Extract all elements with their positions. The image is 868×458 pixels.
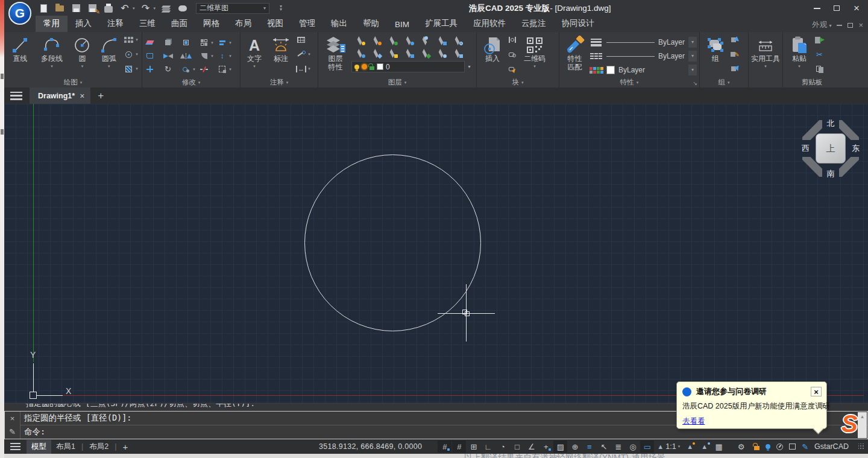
layer-freeze-icon[interactable] <box>371 49 381 59</box>
compass-south[interactable]: 南 <box>822 168 839 179</box>
tab-manage[interactable]: 管理 <box>291 16 323 32</box>
plot-style-button[interactable] <box>161 3 172 14</box>
new-tab-button[interactable]: + <box>98 90 104 102</box>
scale-mirror-button[interactable] <box>163 51 173 61</box>
layer-match-icon[interactable] <box>420 36 430 46</box>
save-as-button[interactable]: ✎ <box>87 3 98 14</box>
line-button[interactable]: 直线 <box>7 34 34 75</box>
panel-label-group[interactable]: 组▾ <box>700 77 748 87</box>
tips-bulb-icon[interactable] <box>766 444 770 449</box>
polyline-button[interactable]: 多段线 ▾ <box>35 34 69 75</box>
array-button[interactable] <box>199 38 209 48</box>
tab-annotate[interactable]: 注释 <box>99 16 131 32</box>
panel-expander-icon[interactable]: ↘ <box>693 80 697 86</box>
annotation-visibility-toggle[interactable]: ▲ <box>683 441 697 453</box>
arc-button[interactable]: 圆弧 ▾ <box>95 34 122 75</box>
doc-restore-button[interactable] <box>848 23 853 28</box>
layout1-tab[interactable]: 布局1 <box>51 440 80 454</box>
tab-collaboration[interactable]: 协同设计 <box>554 16 602 32</box>
qat-customize-button[interactable]: ▾▾ <box>280 5 282 11</box>
plot-button[interactable] <box>103 3 114 14</box>
layer-off-icon[interactable] <box>354 49 365 59</box>
stretch-button[interactable]: ↕ <box>217 51 227 61</box>
linetype-icon[interactable] <box>589 53 603 59</box>
comment-button[interactable] <box>177 3 188 14</box>
layer-make-current-icon[interactable] <box>403 36 414 46</box>
layer-on-icon[interactable] <box>354 36 365 46</box>
panel-label-properties[interactable]: 特性▾↘ <box>559 77 699 87</box>
view-compass[interactable]: 北 南 西 东 上 <box>799 116 863 180</box>
close-button[interactable]: × <box>849 2 864 15</box>
appearance-dropdown[interactable]: 外观 ▾ <box>812 20 832 30</box>
linetype-dropdown[interactable]: ByLayer ▾ <box>606 50 697 62</box>
compass-east[interactable]: 东 <box>850 140 861 157</box>
rectangle-array-icon[interactable] <box>124 35 134 45</box>
ungroup-icon[interactable] <box>730 35 740 45</box>
panel-label-layers[interactable]: 图层▾ <box>318 77 476 87</box>
resize-grip[interactable] <box>858 444 864 450</box>
rotate-button[interactable]: ↻ <box>163 65 173 74</box>
move-button[interactable] <box>145 65 155 74</box>
close-command-icon[interactable]: × <box>10 415 15 422</box>
group-button[interactable]: 组 <box>702 34 729 75</box>
group-edit-icon[interactable]: ✎ <box>730 49 740 59</box>
tab-mesh[interactable]: 网格 <box>195 16 227 32</box>
explode-button[interactable] <box>163 38 173 48</box>
doc-minimize-button[interactable] <box>837 25 842 26</box>
lineweight-icon[interactable] <box>589 39 603 46</box>
panel-label-clipboard[interactable]: 剪贴板 <box>783 77 841 87</box>
panel-label-annotate[interactable]: 注释▾ <box>241 77 318 87</box>
panel-label-draw[interactable]: 绘图▾ <box>4 77 142 87</box>
gstarcad-logo[interactable]: G <box>8 2 31 25</box>
transparency-toggle[interactable]: ▨ <box>553 441 567 453</box>
compass-north[interactable]: 北 <box>822 118 839 129</box>
layer-walk-icon[interactable] <box>436 49 446 59</box>
layer-merge-icon[interactable] <box>452 49 462 59</box>
document-tab[interactable]: Drawing1* × <box>30 87 90 104</box>
layer-lock-icon[interactable] <box>387 49 397 59</box>
text-button[interactable]: A 文字 ▾ <box>243 34 266 75</box>
mirror-button[interactable] <box>181 51 191 61</box>
copy-clip-icon[interactable] <box>814 64 825 74</box>
layer-dropdown[interactable]: 0 <box>351 61 465 72</box>
layer-state-icon[interactable] <box>452 36 462 46</box>
auto-annotation-toggle[interactable]: ▲ <box>697 441 711 453</box>
tab-layout[interactable]: 布局 <box>227 16 259 32</box>
layer-thaw-icon[interactable] <box>371 36 381 46</box>
object-snap-tracking-toggle[interactable]: ∠ <box>524 441 538 453</box>
lineweight-toggle[interactable]: ≡ <box>582 441 596 453</box>
polyline-edit-button[interactable] <box>145 51 155 61</box>
model-tab[interactable]: 模型 <box>27 440 51 454</box>
layer-properties-button[interactable]: 图层特性 <box>321 34 350 75</box>
layer-dropdown-arrow[interactable]: ▾ <box>465 61 474 72</box>
performance-gauge-icon[interactable] <box>776 444 783 450</box>
break-button[interactable] <box>199 65 209 74</box>
tab-output[interactable]: 输出 <box>323 16 355 32</box>
annotation-scale-dropdown[interactable]: ▲ 1:1 ▾ <box>655 442 682 451</box>
layer-isolate-toggle[interactable]: ≣ <box>611 441 625 453</box>
popup-link[interactable]: 去看看 <box>682 416 705 427</box>
ortho-toggle[interactable]: ∟ <box>481 441 495 453</box>
layout2-tab[interactable]: 布局2 <box>84 440 113 454</box>
tab-3d[interactable]: 三维 <box>131 16 163 32</box>
layer-unisolate-icon[interactable] <box>420 49 430 59</box>
match-properties-button[interactable]: 特性匹配 <box>562 34 588 75</box>
fillet-button[interactable] <box>199 51 209 61</box>
layer-unlock-icon[interactable] <box>387 36 397 46</box>
selection-cycling-toggle[interactable]: ↖ <box>597 441 611 453</box>
drawn-circle[interactable] <box>304 154 481 331</box>
leader-icon[interactable] <box>296 49 306 59</box>
fullscreen-icon[interactable] <box>789 444 796 450</box>
layer-previous-icon[interactable] <box>436 36 446 46</box>
utilities-button[interactable]: 实用工具 ▾ <box>751 34 780 75</box>
table-icon[interactable] <box>296 35 306 45</box>
tab-close-icon[interactable]: × <box>80 91 84 101</box>
rectangle-revision-button[interactable] <box>217 65 227 74</box>
snap-toggle[interactable]: # <box>438 441 451 453</box>
manage-attributes-icon[interactable] <box>507 64 517 74</box>
compass-top-face[interactable]: 上 <box>816 133 846 164</box>
grid-toggle[interactable]: # <box>452 441 466 453</box>
tab-bim[interactable]: BIM <box>387 17 417 32</box>
feedback-notepad-icon[interactable]: ✎ <box>802 442 808 451</box>
polar-tracking-toggle[interactable]: ◔ <box>495 441 509 453</box>
